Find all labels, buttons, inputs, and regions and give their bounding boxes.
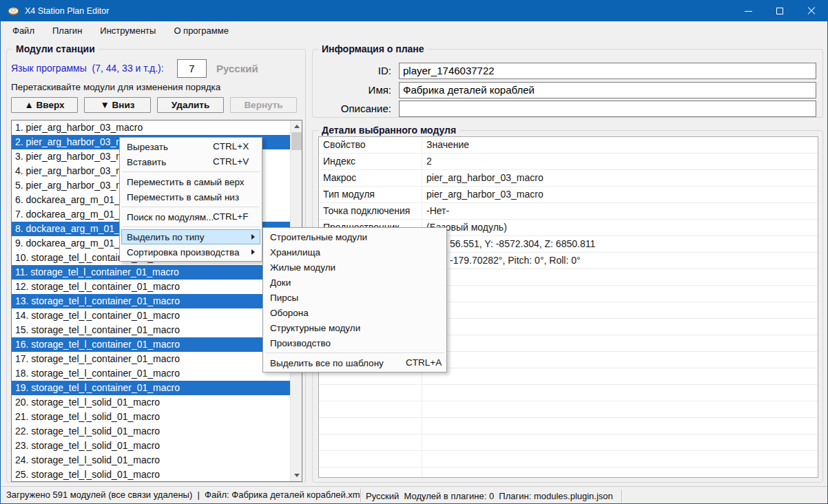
module-list-item[interactable]: 18. storage_tel_l_container_01_macro — [12, 366, 290, 381]
module-list-item[interactable]: 14. storage_tel_l_container_01_macro — [12, 308, 290, 323]
menu-item[interactable]: Строительные модули — [265, 229, 445, 244]
menu-item-label: Вставить — [127, 157, 166, 167]
module-list-item[interactable]: 17. storage_tel_l_container_01_macro — [12, 352, 290, 366]
menu-item[interactable]: Оборона — [265, 305, 445, 320]
menu-item-label: Пирсы — [270, 293, 298, 303]
details-value-cell: -Нет- — [422, 203, 818, 219]
language-code-input[interactable]: 7 — [177, 59, 207, 78]
details-row[interactable]: Макросpier_arg_harbor_03_macro — [319, 170, 818, 187]
scroll-up-button[interactable] — [291, 120, 302, 132]
details-row[interactable]: Индекс2 — [319, 154, 818, 170]
description-field[interactable] — [399, 101, 816, 117]
module-list-item[interactable]: 16. storage_tel_l_container_01_macro — [12, 337, 290, 352]
plan-info-title: Информация о плане — [318, 43, 428, 54]
move-up-button[interactable]: ▲ Вверх — [11, 97, 78, 113]
menu-item-label: Переместить в самый верх — [127, 177, 245, 187]
submenu-arrow-icon — [251, 234, 255, 240]
menu-item[interactable]: Доки — [265, 275, 445, 290]
module-list-item[interactable]: 25. storage_tel_l_solid_01_macro — [12, 468, 290, 481]
details-empty-row[interactable] — [319, 418, 818, 434]
menu-item[interactable]: Сортировка производства — [121, 244, 260, 260]
details-value-cell — [422, 385, 818, 401]
details-value-cell: Значение — [422, 137, 818, 153]
details-row[interactable]: Тип модуляpier_arg_harbor_03_macro — [319, 187, 818, 203]
menu-item-label: Выделить все по шаблону — [270, 358, 384, 368]
menu-item[interactable]: Пирсы — [265, 290, 445, 305]
menu-separator — [122, 171, 260, 172]
menu-item[interactable]: Производство — [265, 335, 445, 350]
details-empty-row[interactable] — [319, 434, 818, 451]
details-value-cell — [422, 352, 818, 368]
details-value-cell: (Базовый модуль) — [422, 220, 818, 235]
details-property-cell: Точка подключения — [319, 203, 422, 219]
details-value-cell — [422, 468, 818, 478]
resize-grip-icon[interactable] — [824, 501, 825, 502]
details-empty-row[interactable] — [319, 385, 818, 401]
name-field[interactable]: Фабрика деталей кораблей — [399, 82, 816, 98]
module-list-item[interactable]: 11. storage_tel_l_container_01_macro — [12, 265, 290, 280]
scroll-down-button[interactable] — [291, 470, 302, 481]
module-list-item[interactable]: 15. storage_tel_l_container_01_macro — [12, 323, 290, 337]
menubar-item[interactable]: О программе — [165, 21, 238, 40]
menubar-item[interactable]: Инструменты — [91, 21, 165, 40]
details-value-cell: 56.551, Y: -8572.304, Z: 6850.811 — [422, 236, 818, 252]
module-list-item[interactable]: 22. storage_tel_l_solid_01_macro — [12, 424, 290, 439]
move-down-button[interactable]: ▼ Вниз — [84, 97, 151, 113]
details-property-cell: Индекс — [319, 154, 422, 169]
menu-item[interactable]: Выделить все по шаблонуCTRL+A — [265, 355, 445, 370]
menu-item[interactable]: ВырезатьCTRL+X — [121, 139, 260, 154]
app-icon — [8, 6, 19, 17]
id-field[interactable]: player_1746037722 — [399, 63, 816, 79]
module-list-item[interactable]: 23. storage_tel_l_solid_01_macro — [12, 439, 290, 453]
menu-separator — [265, 353, 444, 353]
name-label: Имя: — [318, 84, 391, 96]
scrollbar-thumb[interactable] — [291, 132, 302, 150]
details-value-cell — [422, 269, 818, 285]
menubar-item[interactable]: Плагин — [43, 21, 91, 40]
module-list-item[interactable]: 21. storage_tel_l_solid_01_macro — [12, 410, 290, 424]
menu-item[interactable]: Переместить в самый верх — [121, 174, 260, 189]
module-list-item[interactable]: 19. storage_tel_l_container_01_macro — [12, 381, 290, 395]
menu-item[interactable]: Выделить по типу — [121, 229, 260, 244]
details-property-cell — [319, 468, 422, 478]
details-empty-row[interactable] — [319, 401, 818, 418]
details-value-cell: pier_arg_harbor_03_macro — [422, 187, 818, 202]
details-header-row[interactable]: СвойствоЗначение — [319, 137, 818, 154]
language-label: Язык программы (7, 44, 33 и т.д.): — [11, 63, 164, 74]
maximize-button[interactable] — [764, 1, 796, 21]
station-modules-panel: Модули станции Язык программы (7, 44, 33… — [6, 49, 306, 483]
menu-item[interactable]: ВставитьCTRL+V — [121, 154, 260, 169]
module-list-item[interactable]: 24. storage_tel_l_solid_01_macro — [12, 453, 290, 468]
menu-separator — [122, 207, 260, 207]
details-value-cell — [422, 335, 818, 351]
menu-item-label: Выделить по типу — [127, 232, 204, 242]
module-list-item[interactable]: 1. pier_arg_harbor_03_macro — [12, 120, 290, 135]
menu-item-label: Производство — [270, 338, 331, 348]
menu-item[interactable]: Жилые модули — [265, 260, 445, 275]
menu-item-shortcut: CTRL+X — [213, 139, 249, 154]
menubar-item[interactable]: Файл — [3, 21, 43, 40]
menu-item[interactable]: Переместить в самый низ — [121, 189, 260, 204]
scroll-up-icon — [294, 125, 300, 128]
menu-item[interactable]: Хранилища — [265, 244, 445, 260]
details-row[interactable]: Точка подключения-Нет- — [319, 203, 818, 220]
menu-item-label: Оборона — [270, 308, 309, 318]
delete-button[interactable]: Удалить — [157, 97, 224, 113]
menu-item-label: Поиск по модулям... — [127, 212, 214, 222]
menu-item[interactable]: Структурные модули — [265, 320, 445, 335]
module-list-item[interactable]: 13. storage_tel_l_container_01_macro — [12, 294, 290, 308]
menu-item-label: Доки — [270, 277, 291, 288]
station-modules-title: Модули станции — [12, 43, 99, 54]
module-list-item[interactable]: 12. storage_tel_l_container_01_macro — [12, 280, 290, 294]
details-value-cell — [422, 451, 818, 467]
details-empty-row[interactable] — [319, 468, 818, 478]
menu-item-label: Жилые модули — [270, 262, 335, 273]
module-details-title: Детали выбранного модуля — [318, 125, 459, 136]
details-empty-row[interactable] — [319, 451, 818, 468]
close-button[interactable] — [796, 1, 827, 21]
minimize-button[interactable] — [732, 1, 764, 21]
module-list-item[interactable]: 20. storage_tel_l_solid_01_macro — [12, 395, 290, 410]
menu-item[interactable]: Поиск по модулям...CTRL+F — [121, 209, 260, 224]
id-label: ID: — [318, 65, 391, 76]
details-value-cell — [422, 401, 818, 417]
